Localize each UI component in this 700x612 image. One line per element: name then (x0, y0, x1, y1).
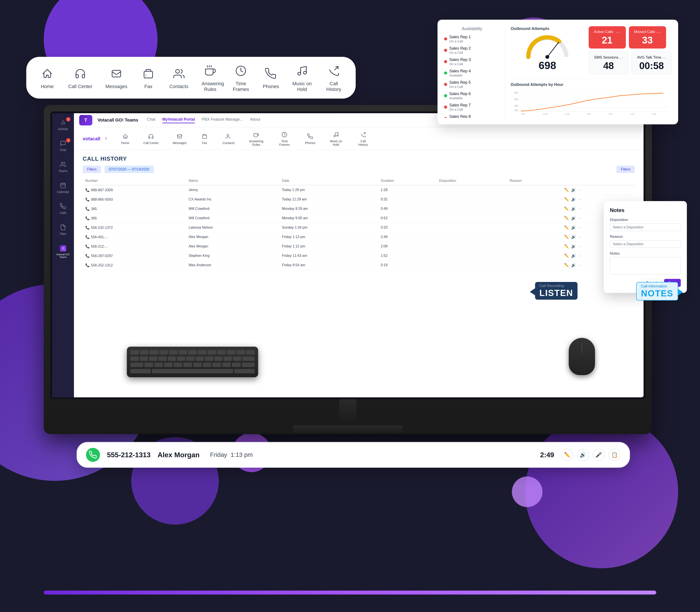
nav-item-time-frames[interactable]: Time Frames (232, 63, 250, 93)
nav-label-call-history: Call History (325, 81, 342, 93)
cell-reason (507, 242, 562, 251)
metrics-area: Outbound Attempts 698 (505, 26, 672, 118)
disposition-select[interactable]: Select a Disposition (610, 223, 681, 231)
cell-number: 📞888-867-3309 (83, 185, 186, 195)
edit-icon[interactable]: ✏️ (564, 235, 569, 239)
table-row[interactable]: 📞888-867-3309 Jenny Today 1:29 pm 1:28 ✏… (83, 185, 635, 195)
notes-action-btn[interactable]: 📋 (608, 449, 621, 461)
sidebar-item-activity[interactable]: 2 Activity (54, 117, 72, 133)
more-icon[interactable]: ⋯ (578, 206, 582, 211)
nav-item-contacts[interactable]: Contacts (169, 66, 188, 89)
filters-button[interactable]: Filters (83, 166, 101, 173)
call-history-table: Number Name Date Duration Disposition Re… (83, 177, 635, 270)
cell-disposition (436, 223, 507, 232)
more-icon[interactable]: ⋯ (578, 197, 582, 202)
teams-tab-about[interactable]: About (250, 117, 260, 123)
table-row[interactable]: 📞556-297-0297 Stephen King Friday 11:43 … (83, 251, 635, 261)
rep-info: Sales Rep 4 Available (449, 69, 500, 77)
rep-status: On a Call (449, 39, 500, 43)
inner-nav-contacts[interactable]: Contacts (221, 131, 236, 145)
edit-icon[interactable]: ✏️ (564, 263, 569, 267)
nav-item-fax[interactable]: Fax (140, 66, 156, 89)
more-icon[interactable]: ⋯ (578, 244, 582, 249)
rep-status-dot (444, 71, 447, 74)
inner-nav-phones[interactable]: Phones (303, 131, 317, 145)
sidebar-item-calendar[interactable]: Calendar (54, 180, 72, 195)
edit-icon[interactable]: ✏️ (564, 225, 569, 230)
sidebar-item-calls[interactable]: Calls (54, 201, 72, 217)
audio-icon[interactable]: 🔊 (571, 263, 576, 267)
sidebar-item-chat[interactable]: 1 Chat (54, 138, 72, 153)
rep-status: On a Call (449, 51, 500, 54)
col-reason: Reason (507, 177, 562, 185)
nav-item-call-history[interactable]: Call History (325, 63, 342, 93)
audio-icon[interactable]: 🔊 (571, 225, 576, 230)
table-row[interactable]: 📞556-212-... Alex Morgan Friday 1:12 pm … (83, 242, 635, 251)
sidebar-item-votacall[interactable]: V Votacall GO! Teams (54, 242, 72, 260)
teams-tab-pbx[interactable]: PBX Feature Manage... (202, 117, 243, 123)
nav-item-phones[interactable]: Phones (263, 66, 279, 89)
audio-icon[interactable]: 🔊 (571, 197, 576, 202)
more-icon[interactable]: ⋯ (578, 187, 582, 192)
inner-nav-call-history[interactable]: Call History (355, 130, 372, 147)
more-icon[interactable]: ⋯ (578, 225, 582, 230)
cell-number: 📞365 (83, 204, 186, 213)
sidebar-item-teams[interactable]: Teams (54, 159, 72, 175)
more-icon[interactable]: ⋯ (578, 235, 582, 239)
edit-icon[interactable]: ✏️ (564, 197, 569, 202)
more-icon[interactable]: ⋯ (578, 263, 582, 267)
inner-nav-label-fax: Fax (202, 141, 207, 145)
nav-item-answering-rules[interactable]: Answering Rules (201, 63, 219, 93)
table-row[interactable]: 📞556-252-1312 Wes Anderson Friday 9:54 a… (83, 261, 635, 270)
table-row[interactable]: 📞365 Will Crawford Monday 9:00 am 0:52 ✏… (83, 213, 635, 223)
more-icon[interactable]: ⋯ (578, 216, 582, 221)
mute-action-btn[interactable]: 🎤 (593, 449, 605, 461)
edit-icon[interactable]: ✏️ (564, 244, 569, 249)
notes-textarea[interactable] (610, 257, 681, 275)
edit-icon[interactable]: ✏️ (564, 216, 569, 221)
teams-tab-chat[interactable]: Chat (147, 117, 155, 123)
edit-icon[interactable]: ✏️ (564, 187, 569, 192)
cell-duration: 1:52 (378, 251, 436, 261)
rep-status-dot (444, 117, 447, 118)
table-row[interactable]: 📞888-865-5593 CX Awards Inc Today 11:29 … (83, 195, 635, 204)
filters-right-button[interactable]: Filters (617, 166, 635, 173)
inner-nav-time-frames[interactable]: Time Frames (276, 130, 293, 147)
audio-icon[interactable]: 🔊 (571, 235, 576, 239)
teams-icon (59, 161, 67, 168)
nav-item-home[interactable]: Home (39, 66, 55, 89)
inner-call-history-icon (359, 131, 367, 139)
nav-item-messages[interactable]: Messages (105, 66, 127, 89)
table-row[interactable]: 📞556-401-... Alex Morgan Friday 1:13 pm … (83, 232, 635, 242)
more-icon[interactable]: ⋯ (578, 253, 582, 258)
audio-icon[interactable]: 🔊 (571, 206, 576, 211)
pencil-action-btn[interactable]: ✏️ (561, 449, 573, 461)
reason-select[interactable]: Select a Disposition (610, 240, 681, 248)
edit-icon[interactable]: ✏️ (564, 253, 569, 258)
inner-nav-music-on-hold[interactable]: Music on Hold (328, 130, 344, 147)
inner-nav-fax[interactable]: Fax (199, 131, 210, 145)
dashboard-widget: Availability Sales Rep 1 On a Call Sales… (438, 20, 678, 124)
phones-icon (263, 66, 279, 82)
table-row[interactable]: 📞556-232-1372 Latonya Nelson Sunday 1:34… (83, 223, 635, 232)
col-date: Date (279, 177, 378, 185)
table-row[interactable]: 📞365 Will Crawford Monday 9:29 am 0:49 ✏… (83, 204, 635, 213)
edit-icon[interactable]: ✏️ (564, 206, 569, 211)
nav-item-call-center[interactable]: Call Center (68, 66, 92, 89)
sidebar-label-votacall: Votacall GO! Teams (56, 253, 70, 258)
audio-icon[interactable]: 🔊 (571, 244, 576, 249)
audio-icon[interactable]: 🔊 (571, 216, 576, 221)
nav-item-music-on-hold[interactable]: Music on Hold (292, 63, 312, 93)
inner-nav-messages[interactable]: Messages (171, 131, 188, 145)
svg-text:200: 200 (514, 109, 518, 111)
sidebar-label-files: Files (60, 232, 66, 236)
audio-icon[interactable]: 🔊 (571, 187, 576, 192)
svg-rect-21 (61, 183, 65, 188)
inner-nav-answering-rules[interactable]: Answering Rules (247, 130, 266, 147)
audio-icon[interactable]: 🔊 (571, 253, 576, 258)
volume-action-btn[interactable]: 🔊 (577, 449, 589, 461)
inner-nav-home[interactable]: Home (119, 131, 131, 145)
inner-nav-call-center[interactable]: Call Center (142, 131, 160, 145)
sidebar-item-files[interactable]: Files (54, 222, 72, 237)
teams-tab-myvotacall[interactable]: MyVotacall Portal (162, 117, 195, 123)
